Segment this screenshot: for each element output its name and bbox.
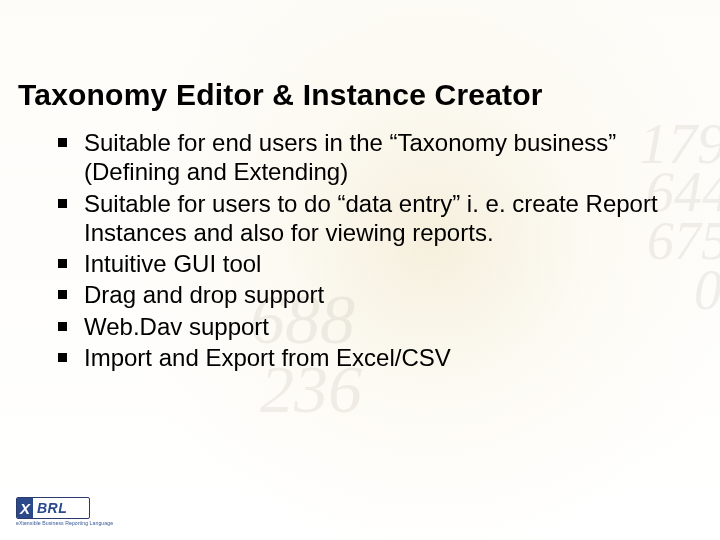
xbrl-logo-x: X (17, 498, 33, 518)
xbrl-logo: X BRL eXtensible Business Reporting Lang… (16, 497, 90, 526)
xbrl-logo-brl: BRL (33, 498, 71, 518)
list-item: Web.Dav support (58, 312, 680, 341)
xbrl-logo-tagline: eXtensible Business Reporting Language (16, 520, 90, 526)
list-item: Suitable for users to do “data entry” i.… (58, 189, 680, 248)
list-item: Intuitive GUI tool (58, 249, 680, 278)
slide-title: Taxonomy Editor & Instance Creator (18, 78, 702, 112)
list-item: Import and Export from Excel/CSV (58, 343, 680, 372)
list-item: Drag and drop support (58, 280, 680, 309)
xbrl-logo-mark: X BRL (16, 497, 90, 519)
bullet-list: Suitable for end users in the “Taxonomy … (58, 128, 680, 374)
list-item: Suitable for end users in the “Taxonomy … (58, 128, 680, 187)
slide: Taxonomy Editor & Instance Creator Suita… (0, 0, 720, 540)
